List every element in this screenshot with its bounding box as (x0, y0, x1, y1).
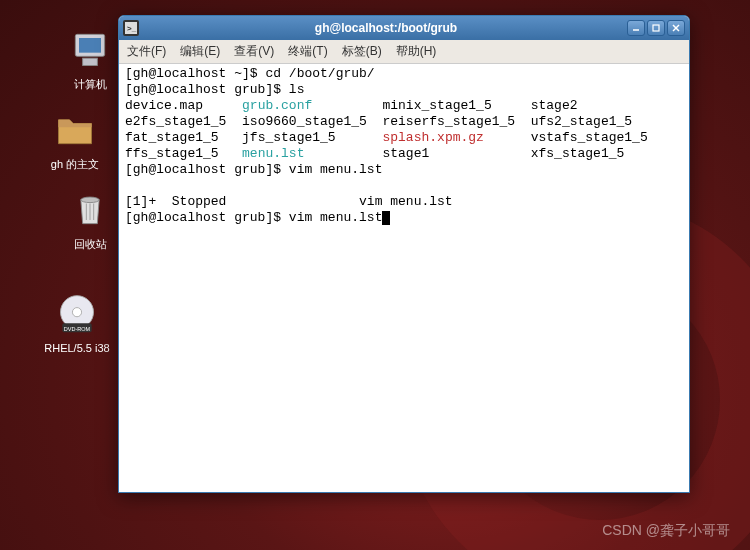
watermark: CSDN @龚子小哥哥 (602, 522, 730, 540)
menu-terminal[interactable]: 终端(T) (288, 43, 327, 60)
computer-icon (66, 25, 114, 73)
menu-view[interactable]: 查看(V) (234, 43, 274, 60)
minimize-button[interactable] (627, 20, 645, 36)
svg-text:>_: >_ (127, 24, 137, 33)
terminal-window: >_ gh@localhost:/boot/grub 文件(F) 编辑(E) 查… (118, 15, 690, 493)
command-text: vim menu.lst (289, 162, 383, 177)
svg-point-8 (72, 308, 81, 317)
prompt: [gh@localhost grub]$ (125, 162, 289, 177)
desktop-icon-label: RHEL/5.5 i38 (42, 342, 112, 354)
trash-icon (66, 185, 114, 233)
svg-text:DVD-ROM: DVD-ROM (64, 326, 91, 332)
terminal-content[interactable]: [gh@localhost ~]$ cd /boot/grub/ [gh@loc… (119, 64, 689, 492)
titlebar[interactable]: >_ gh@localhost:/boot/grub (119, 16, 689, 40)
desktop-icon-label: 计算机 (55, 77, 125, 92)
desktop-icon-label: 回收站 (55, 237, 125, 252)
command-text: ls (289, 82, 305, 97)
dvd-icon: DVD-ROM (53, 290, 101, 338)
svg-rect-15 (653, 25, 659, 31)
cursor (382, 211, 390, 225)
maximize-button[interactable] (647, 20, 665, 36)
window-title: gh@localhost:/boot/grub (145, 21, 627, 35)
ls-output: device.map grub.conf minix_stage1_5 stag… (125, 98, 648, 161)
svg-rect-2 (83, 58, 98, 65)
desktop-icon-dvd[interactable]: DVD-ROM RHEL/5.5 i38 (42, 290, 112, 354)
menu-edit[interactable]: 编辑(E) (180, 43, 220, 60)
menu-help[interactable]: 帮助(H) (396, 43, 437, 60)
svg-point-3 (81, 197, 99, 203)
desktop-icon-computer[interactable]: 计算机 (55, 25, 125, 92)
prompt: [gh@localhost grub]$ (125, 210, 289, 225)
command-text: cd /boot/grub/ (265, 66, 374, 81)
prompt: [gh@localhost ~]$ (125, 66, 265, 81)
job-status: [1]+ Stopped vim menu.lst (125, 194, 453, 209)
folder-icon (51, 105, 99, 153)
menu-tabs[interactable]: 标签(B) (342, 43, 382, 60)
desktop-icon-home[interactable]: gh 的主文 (40, 105, 110, 172)
command-text: vim menu.lst (289, 210, 383, 225)
menubar: 文件(F) 编辑(E) 查看(V) 终端(T) 标签(B) 帮助(H) (119, 40, 689, 64)
terminal-icon: >_ (123, 20, 139, 36)
desktop-icon-trash[interactable]: 回收站 (55, 185, 125, 252)
menu-file[interactable]: 文件(F) (127, 43, 166, 60)
close-button[interactable] (667, 20, 685, 36)
svg-rect-1 (79, 38, 101, 53)
prompt: [gh@localhost grub]$ (125, 82, 289, 97)
desktop-icon-label: gh 的主文 (40, 157, 110, 172)
